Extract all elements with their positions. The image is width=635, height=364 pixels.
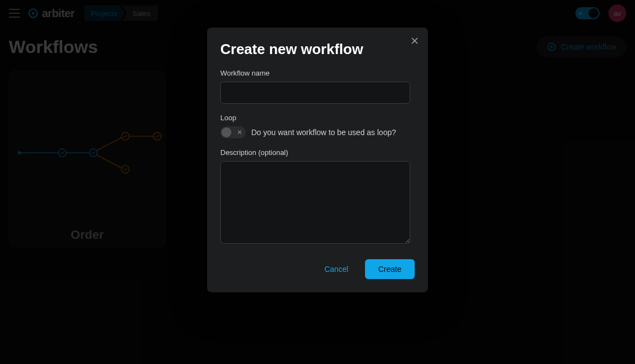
modal-title: Create new workflow [220,41,415,58]
loop-label: Loop [220,114,410,122]
modal-footer: Cancel Create [220,259,415,279]
create-button[interactable]: Create [365,259,415,279]
close-icon[interactable] [409,35,420,46]
cancel-button[interactable]: Cancel [314,259,358,279]
create-workflow-modal: Create new workflow Workflow name Loop ✕… [207,28,428,292]
loop-toggle[interactable]: ✕ [220,126,246,138]
description-label: Description (optional) [220,148,410,157]
modal-overlay[interactable]: Create new workflow Workflow name Loop ✕… [0,0,635,364]
loop-help-text: Do you want workflow to be used as loop? [251,128,396,137]
description-input[interactable] [220,161,410,244]
workflow-name-label: Workflow name [220,69,410,77]
workflow-name-input[interactable] [220,82,410,104]
modal-body: Workflow name Loop ✕ Do you want workflo… [220,69,415,246]
x-icon: ✕ [237,129,242,136]
